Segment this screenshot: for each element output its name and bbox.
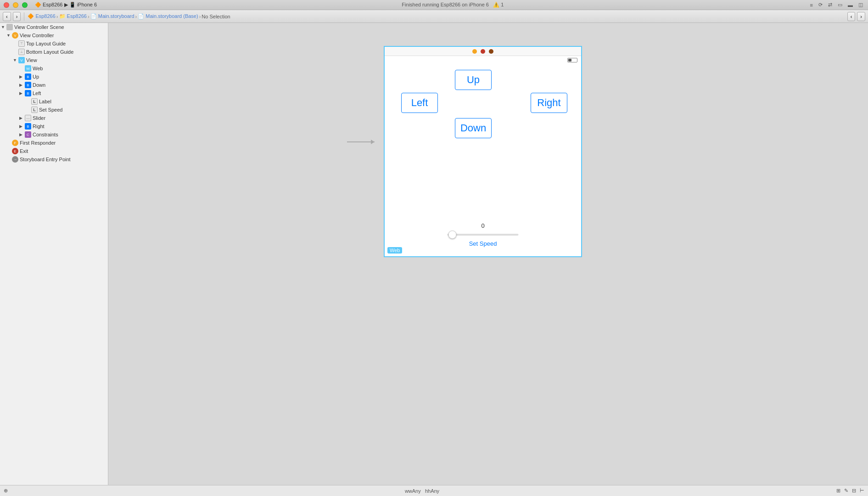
tree-item-storyboard-entry[interactable]: → Storyboard Entry Point <box>0 155 108 163</box>
tree-item-setspeed[interactable]: L Set Speed <box>0 106 108 114</box>
tree-item-left[interactable]: ▶ B Left <box>0 89 108 97</box>
back-button[interactable]: ‹ <box>3 12 11 21</box>
arrow-web <box>19 66 25 71</box>
right-nav-button[interactable]: › <box>857 12 865 21</box>
down-button[interactable]: Down <box>455 118 492 138</box>
down-label: Down <box>33 82 45 88</box>
down-icon: B <box>25 82 31 88</box>
refresh-icon[interactable]: ⟳ <box>817 2 824 8</box>
label-label: Label <box>39 99 51 104</box>
statusbar-icon2[interactable]: ✎ <box>844 488 848 494</box>
arrow-bottomlayout <box>13 50 18 54</box>
battery-indicator <box>567 58 577 62</box>
arrow-toplayout <box>13 41 18 46</box>
canvas-area: Up Left Down Right 0 Set Speed <box>108 23 868 485</box>
toolbar: ‹ › 🔶 Esp8266 › 📁 Esp8266 › 📄 Main.story… <box>0 10 868 23</box>
titlebar-controls: ≡ ⟳ ⇄ ▭ ▬ ◫ <box>809 2 864 8</box>
document-outline: ▼ View Controller Scene ▼ V View Control… <box>0 23 108 485</box>
layout2-icon[interactable]: ▬ <box>846 2 854 8</box>
slider-thumb <box>448 231 457 239</box>
web-button[interactable]: Web <box>387 247 402 254</box>
arrow-view: ▼ <box>13 58 18 62</box>
tree-item-right[interactable]: ▶ B Right <box>0 122 108 130</box>
breadcrumb-esp8266-2[interactable]: 📁 Esp8266 <box>59 13 87 19</box>
arrow-exit <box>6 149 12 153</box>
vc-icon: V <box>12 32 18 39</box>
exit-icon: E <box>12 148 18 154</box>
tree-item-web[interactable]: W Web <box>0 64 108 73</box>
arrow-down: ▶ <box>19 83 25 87</box>
setspeed-icon: L <box>31 107 38 113</box>
tree-item-bottom-layout[interactable]: ⊥ Bottom Layout Guide <box>0 48 108 56</box>
tree-item-up[interactable]: ▶ B Up <box>0 73 108 81</box>
list-icon[interactable]: ≡ <box>809 2 814 8</box>
right-icon: B <box>25 123 31 130</box>
statusbar-icon3[interactable]: ⊟ <box>852 488 856 494</box>
tree-item-down[interactable]: ▶ B Down <box>0 81 108 89</box>
right-label: Right <box>33 124 45 129</box>
scene-icon <box>6 24 13 30</box>
left-button[interactable]: Left <box>401 93 438 113</box>
tree-item-firstresponder[interactable]: F First Responder <box>0 139 108 147</box>
set-speed-button[interactable]: Set Speed <box>469 240 497 247</box>
arrow-scene: ▼ <box>1 25 6 29</box>
breadcrumb-mainstoryboard[interactable]: 📄 Main.storyboard <box>90 13 134 19</box>
statusbar: ⊕ wwAny hhAny ⊞ ✎ ⊟ ⊢ <box>0 485 868 496</box>
up-label: Up <box>33 74 39 79</box>
battery-fill <box>568 59 571 62</box>
left-label: Left <box>33 90 41 96</box>
left-icon: B <box>25 90 31 96</box>
tree-item-vc[interactable]: ▼ V View Controller <box>0 31 108 39</box>
minimize-button[interactable] <box>13 2 18 8</box>
slider-label: Slider <box>33 115 45 121</box>
add-icon[interactable]: ⊕ <box>4 488 8 494</box>
statusbar-left: ⊕ <box>4 488 8 494</box>
close-button[interactable] <box>4 2 9 8</box>
layout3-icon[interactable]: ◫ <box>857 2 864 8</box>
arrow-right: ▶ <box>19 124 25 129</box>
dot-brown <box>489 49 493 54</box>
slider-track <box>448 234 519 236</box>
tree-item-scene[interactable]: ▼ View Controller Scene <box>0 23 108 31</box>
arrow-fr <box>6 141 12 145</box>
statusbar-right: ⊞ ✎ ⊟ ⊢ <box>836 488 864 494</box>
statusbar-icon4[interactable]: ⊢ <box>860 488 864 494</box>
label-icon: L <box>31 98 38 105</box>
main-area: ▼ View Controller Scene ▼ V View Control… <box>0 23 868 485</box>
up-button[interactable]: Up <box>455 70 492 90</box>
iphone-content: Up Left Down Right 0 Set Speed <box>385 56 581 256</box>
tree-item-top-layout[interactable]: ⊤ Top Layout Guide <box>0 39 108 48</box>
view-label: View <box>26 57 37 63</box>
speed-label: 0 <box>481 222 484 229</box>
tree-item-exit[interactable]: E Exit <box>0 147 108 155</box>
view-icon: V <box>18 57 25 63</box>
up-icon: B <box>25 73 31 80</box>
slider-container[interactable] <box>448 230 519 240</box>
tree-item-label[interactable]: L Label <box>0 97 108 106</box>
left-nav-button[interactable]: ‹ <box>847 12 856 21</box>
right-button[interactable]: Right <box>531 93 567 113</box>
statusbar-icon1[interactable]: ⊞ <box>836 488 840 494</box>
bottom-layout-label: Bottom Layout Guide <box>26 49 73 55</box>
tree-item-slider[interactable]: ▶ — Slider <box>0 114 108 122</box>
tree-item-view[interactable]: ▼ V View <box>0 56 108 64</box>
entry-label: Storyboard Entry Point <box>20 157 71 162</box>
layout1-icon[interactable]: ▭ <box>836 2 844 8</box>
navigate-icon[interactable]: ⇄ <box>827 2 834 8</box>
iphone-canvas: Up Left Down Right 0 Set Speed <box>384 46 582 257</box>
breadcrumb-mainstoryboard-base[interactable]: 📄 Main.storyboard (Base) <box>138 13 198 19</box>
vc-label: View Controller <box>20 33 54 38</box>
arrow-entry <box>6 157 12 162</box>
web-icon: W <box>25 65 31 72</box>
entry-point-arrow <box>347 141 375 142</box>
slider-icon: — <box>25 115 31 121</box>
fr-icon: F <box>12 140 18 146</box>
tree-item-constraints[interactable]: ▶ C Constraints <box>0 130 108 139</box>
forward-button[interactable]: › <box>13 12 21 21</box>
breadcrumb: 🔶 Esp8266 › 📁 Esp8266 › 📄 Main.storyboar… <box>28 13 230 19</box>
breadcrumb-esp8266-1[interactable]: 🔶 Esp8266 <box>28 13 55 19</box>
exit-label: Exit <box>20 148 28 154</box>
maximize-button[interactable] <box>22 2 28 8</box>
fr-label: First Responder <box>20 140 56 146</box>
width-any-label: wAny <box>409 488 421 494</box>
